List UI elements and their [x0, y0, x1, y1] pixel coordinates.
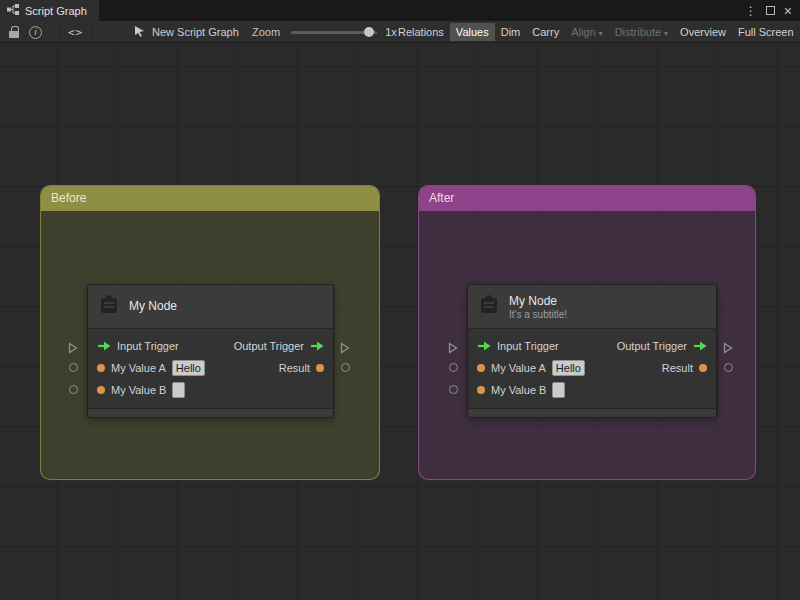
- node-header[interactable]: My Node: [88, 285, 333, 329]
- node-body: Input Trigger Output Trigger My Value A …: [468, 329, 716, 401]
- external-result-port[interactable]: [724, 363, 733, 372]
- value-b-label: My Value B: [491, 384, 546, 396]
- node-body: Input Trigger Output Trigger My Value A …: [88, 329, 333, 401]
- external-value-a-port[interactable]: [69, 363, 78, 372]
- align-button[interactable]: Align▾: [565, 23, 608, 41]
- carry-button[interactable]: Carry: [526, 23, 565, 41]
- result-label: Result: [279, 362, 310, 374]
- zoom-slider[interactable]: [291, 31, 377, 34]
- graph-toolbar: i <> New Script Graph Zoom 1x Relations …: [0, 21, 800, 43]
- external-input-trigger-port[interactable]: [68, 340, 78, 358]
- toolbar-divider: [59, 25, 60, 39]
- zoom-control: Zoom 1x: [252, 21, 397, 43]
- distribute-button[interactable]: Distribute▾: [609, 23, 674, 41]
- chevron-down-icon: ▾: [664, 29, 668, 38]
- fullscreen-button[interactable]: Full Screen: [732, 23, 800, 41]
- tab-title: Script Graph: [25, 5, 87, 17]
- value-a-label: My Value A: [111, 362, 166, 374]
- maximize-icon[interactable]: [766, 6, 775, 15]
- result-label: Result: [662, 362, 693, 374]
- relations-button[interactable]: Relations: [392, 23, 450, 41]
- output-trigger-label: Output Trigger: [234, 340, 304, 352]
- node-my-node[interactable]: My Node It's a subtitle! Input Trigger O…: [467, 284, 717, 418]
- external-value-b-port[interactable]: [449, 385, 458, 394]
- port-row: My Value B: [88, 379, 333, 401]
- value-b-port[interactable]: [477, 386, 485, 394]
- value-b-port[interactable]: [97, 386, 105, 394]
- close-icon[interactable]: ×: [784, 4, 792, 18]
- info-icon[interactable]: i: [29, 26, 42, 39]
- zoom-label: Zoom: [252, 26, 280, 38]
- external-value-b-port[interactable]: [69, 385, 78, 394]
- window-controls: ⋮ ×: [745, 0, 800, 21]
- port-row: Input Trigger Output Trigger: [468, 335, 716, 357]
- port-row: My Value B: [468, 379, 716, 401]
- unit-icon: [478, 294, 500, 320]
- value-b-label: My Value B: [111, 384, 166, 396]
- node-title: My Node: [509, 294, 567, 308]
- script-graph-icon: [7, 4, 19, 17]
- external-result-port[interactable]: [341, 363, 350, 372]
- value-a-label: My Value A: [491, 362, 546, 374]
- value-b-field[interactable]: [172, 382, 185, 398]
- group-before[interactable]: Before My Node: [40, 185, 380, 480]
- node-titles: My Node: [129, 299, 177, 314]
- external-output-trigger-port[interactable]: [723, 340, 733, 358]
- overview-button[interactable]: Overview: [674, 23, 732, 41]
- toolbar-left: i <>: [6, 21, 100, 43]
- value-a-port[interactable]: [477, 364, 485, 372]
- node-footer: [88, 408, 333, 417]
- node-header[interactable]: My Node It's a subtitle!: [468, 285, 716, 329]
- node-titles: My Node It's a subtitle!: [509, 294, 567, 320]
- port-row: My Value A Hello Result: [468, 357, 716, 379]
- value-a-field[interactable]: Hello: [172, 360, 205, 376]
- node-title: My Node: [129, 299, 177, 313]
- external-output-trigger-port[interactable]: [340, 340, 350, 358]
- script-graph-window: Script Graph ⋮ × i <> New Script Graph Z…: [0, 0, 800, 600]
- group-title[interactable]: Before: [41, 186, 379, 211]
- group-title[interactable]: After: [419, 186, 755, 211]
- node-footer: [468, 408, 716, 417]
- group-after[interactable]: After My Node It's a subtitle!: [418, 185, 756, 480]
- pointer-icon: [134, 25, 145, 39]
- tab-bar: Script Graph ⋮ ×: [0, 0, 800, 21]
- graph-breadcrumb[interactable]: New Script Graph: [134, 21, 239, 43]
- value-a-field[interactable]: Hello: [552, 360, 585, 376]
- input-trigger-label: Input Trigger: [497, 340, 559, 352]
- dim-button[interactable]: Dim: [495, 23, 527, 41]
- input-trigger-port[interactable]: [477, 337, 491, 355]
- result-port[interactable]: [316, 364, 324, 372]
- node-subtitle: It's a subtitle!: [509, 309, 567, 320]
- code-view-icon[interactable]: <>: [68, 26, 83, 39]
- chevron-down-icon: ▾: [599, 29, 603, 38]
- result-port[interactable]: [699, 364, 707, 372]
- port-row: Input Trigger Output Trigger: [88, 335, 333, 357]
- unit-icon: [98, 294, 120, 320]
- menu-icon[interactable]: ⋮: [745, 5, 757, 17]
- toolbar-divider: [91, 25, 92, 39]
- graph-canvas[interactable]: Before My Node: [0, 43, 800, 600]
- port-row: My Value A Hello Result: [88, 357, 333, 379]
- external-value-a-port[interactable]: [449, 363, 458, 372]
- output-trigger-port[interactable]: [693, 337, 707, 355]
- input-trigger-label: Input Trigger: [117, 340, 179, 352]
- output-trigger-label: Output Trigger: [617, 340, 687, 352]
- value-b-field[interactable]: [552, 382, 565, 398]
- values-button[interactable]: Values: [450, 23, 495, 41]
- external-input-trigger-port[interactable]: [448, 340, 458, 358]
- value-a-port[interactable]: [97, 364, 105, 372]
- lock-icon[interactable]: [9, 26, 19, 38]
- node-my-node[interactable]: My Node Input Trigger Output Trigger: [87, 284, 334, 418]
- output-trigger-port[interactable]: [310, 337, 324, 355]
- zoom-slider-handle[interactable]: [364, 27, 374, 37]
- tab-script-graph[interactable]: Script Graph: [0, 0, 99, 21]
- input-trigger-port[interactable]: [97, 337, 111, 355]
- graph-name-label: New Script Graph: [152, 26, 239, 38]
- toolbar-buttons: Relations Values Dim Carry Align▾ Distri…: [392, 21, 800, 43]
